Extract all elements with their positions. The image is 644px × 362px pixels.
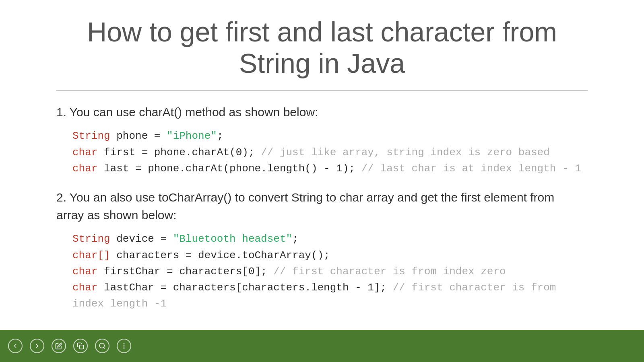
section2-label: 2. You an also use toCharArray() to conv… <box>56 189 580 224</box>
svg-point-1 <box>99 343 104 348</box>
section1-label: 1. You can use charAt() method as shown … <box>56 104 588 121</box>
code-block-1: String phone = "iPhone"; char first = ph… <box>72 128 588 177</box>
more-button[interactable] <box>117 339 131 353</box>
next-button[interactable] <box>30 339 44 353</box>
code-block-2: String device = "Bluetooth headset"; cha… <box>72 231 588 312</box>
keyword-char-4: char <box>72 265 97 278</box>
search-button[interactable] <box>95 339 109 353</box>
code-line-s1l1: String phone = "iPhone"; <box>72 128 588 144</box>
keyword-string-1: String <box>72 130 110 142</box>
svg-point-5 <box>124 348 124 349</box>
bottom-toolbar <box>0 330 644 362</box>
code-line-s2l3: char firstChar = characters[0]; // first… <box>72 263 588 280</box>
code-line-s1l3: char last = phone.charAt(phone.length() … <box>72 160 588 177</box>
code-line-s2l2: char[] characters = device.toCharArray()… <box>72 247 588 263</box>
code-line-s2l4: char lastChar = characters[characters.le… <box>72 280 588 296</box>
edit-button[interactable] <box>52 339 66 353</box>
keyword-char-5: char <box>72 282 97 294</box>
svg-point-4 <box>124 346 124 346</box>
main-content: How to get first and last character from… <box>0 0 644 330</box>
svg-line-2 <box>103 347 105 348</box>
code-line-s2l5: index length -1 <box>72 296 588 312</box>
svg-rect-0 <box>80 345 84 349</box>
svg-point-3 <box>124 343 124 344</box>
title-line2: String in Java <box>239 48 405 78</box>
page-title: How to get first and last character from… <box>56 16 588 79</box>
keyword-char-2: char <box>72 162 97 175</box>
copy-button[interactable] <box>73 339 88 353</box>
code-line-s2l1: String device = "Bluetooth headset"; <box>72 231 588 247</box>
keyword-string-2: String <box>72 233 110 245</box>
title-line1: How to get first and last character from <box>87 16 557 47</box>
keyword-char-1: char <box>72 146 97 158</box>
title-divider <box>56 90 588 91</box>
keyword-char-3: char[] <box>72 249 110 261</box>
code-line-s1l2: char first = phone.charAt(0); // just li… <box>72 144 588 160</box>
prev-button[interactable] <box>8 339 23 353</box>
